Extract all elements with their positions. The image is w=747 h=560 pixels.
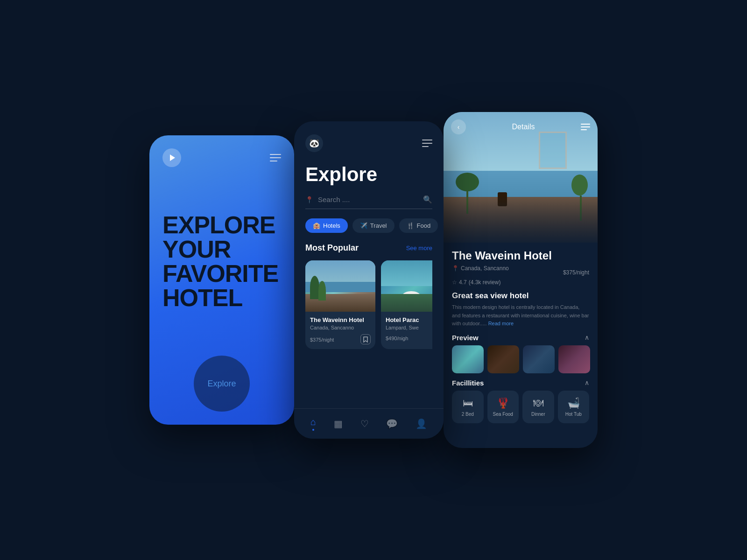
heart-icon: ♡ xyxy=(360,418,369,429)
back-button[interactable]: ‹ xyxy=(451,119,466,134)
hotel-2-location: Lampard, Swe xyxy=(386,325,432,330)
hotel-card-2-image xyxy=(381,260,432,312)
tab-travel[interactable]: ✈️ Travel xyxy=(352,218,395,233)
preview-thumb-2[interactable] xyxy=(487,345,519,373)
hotel-meta-row: 📍 Canada, Sancanno $375/night xyxy=(452,265,589,277)
facilities-chevron-icon[interactable]: ∧ xyxy=(585,379,589,386)
seafood-icon: 🦞 xyxy=(497,397,509,409)
popular-title: Most Popular xyxy=(305,243,359,253)
facility-bed[interactable]: 🛏 2 Bed xyxy=(452,391,484,423)
location-pin-icon: 📍 xyxy=(305,196,313,203)
rating-row: ☆ 4.7 (4.3k review) xyxy=(452,279,589,286)
nav-heart[interactable]: ♡ xyxy=(360,418,369,429)
hotel-2-price: $490/nigh xyxy=(386,334,408,342)
hotel-2-footer: $490/nigh xyxy=(386,334,432,342)
star-icon: ☆ xyxy=(452,279,457,286)
hotel-hero-image: ‹ Details xyxy=(444,112,598,243)
preview-title: Preview xyxy=(452,334,479,342)
search-bar[interactable]: 📍 Search .... 🔍 xyxy=(305,195,432,209)
bottom-navbar: ⌂ ▦ ♡ 💬 👤 xyxy=(294,408,444,439)
hottub-icon: 🛁 xyxy=(567,397,580,409)
popular-section-header: Most Popular See more xyxy=(305,243,432,253)
hotel-main-name: The Waveinn Hotel xyxy=(452,249,589,262)
hotels-row: The Waveinn Hotel Canada, Sancanno $375/… xyxy=(305,260,432,349)
play-button[interactable] xyxy=(162,148,181,167)
facilities-header: Facillities ∧ xyxy=(452,379,589,387)
facilities-title: Facillities xyxy=(452,379,484,387)
details-title: Details xyxy=(512,123,535,131)
bed-label: 2 Bed xyxy=(462,412,474,417)
hotel-description: This modern design hotel is centrally lo… xyxy=(452,303,589,328)
hotels-label: Hotels xyxy=(323,222,340,229)
hotel-1-footer: $375/night xyxy=(310,334,371,344)
food-icon: 🍴 xyxy=(407,222,414,229)
food-label: Food xyxy=(417,222,431,229)
facility-seafood[interactable]: 🦞 Sea Food xyxy=(487,391,519,423)
search-input[interactable]: Search .... xyxy=(318,196,423,203)
hotel-card-2[interactable]: Hotel Parac Lampard, Swe $490/nigh xyxy=(381,260,432,349)
bed-icon: 🛏 xyxy=(463,397,473,409)
filter-tabs: 🏨 Hotels ✈️ Travel 🍴 Food xyxy=(305,218,432,233)
bookmark-button-1[interactable] xyxy=(360,334,371,344)
nav-calendar[interactable]: ▦ xyxy=(334,418,343,429)
menu-button[interactable] xyxy=(270,154,281,161)
preview-images xyxy=(452,345,589,373)
home-icon: ⌂ xyxy=(310,417,316,427)
screen1-bottom: Explore xyxy=(162,356,281,412)
tab-hotels[interactable]: 🏨 Hotels xyxy=(305,218,348,233)
profile-icon: 👤 xyxy=(416,418,427,429)
seafood-label: Sea Food xyxy=(493,412,513,417)
location-pin-icon: 📍 xyxy=(452,265,459,272)
explore-label: Explore xyxy=(207,379,236,389)
read-more-button[interactable]: Read more xyxy=(488,321,514,326)
hotels-icon: 🏨 xyxy=(313,222,320,229)
travel-icon: ✈️ xyxy=(360,222,367,229)
nav-chat[interactable]: 💬 xyxy=(386,418,398,429)
explore-menu-button[interactable] xyxy=(422,140,432,147)
explore-content: 🐼 Explore 📍 Search .... 🔍 🏨 Hotels ✈️ xyxy=(294,121,444,408)
preview-header: Preview ∧ xyxy=(452,334,589,342)
hotel-1-name: The Waveinn Hotel xyxy=(310,316,371,323)
hotel-card-1-image xyxy=(305,260,375,312)
hottub-label: Hot Tub xyxy=(565,412,582,417)
intro-screen: EXPLOREYOURFAVORITEHOTEL Explore xyxy=(149,135,294,425)
reviews-count: (4.3k review) xyxy=(469,279,501,286)
details-menu-button[interactable] xyxy=(581,124,590,130)
facilities-section: Facillities ∧ 🛏 2 Bed 🦞 Sea Food 🍽 Dinne… xyxy=(452,379,589,423)
facilities-grid: 🛏 2 Bed 🦞 Sea Food 🍽 Dinner 🛁 Hot Tub xyxy=(452,391,589,423)
explore-screen: 🐼 Explore 📍 Search .... 🔍 🏨 Hotels ✈️ xyxy=(294,121,444,439)
chat-icon: 💬 xyxy=(386,418,398,429)
preview-chevron-icon[interactable]: ∧ xyxy=(585,334,589,341)
hotel-card-2-info: Hotel Parac Lampard, Swe $490/nigh xyxy=(381,312,432,346)
facility-dinner[interactable]: 🍽 Dinner xyxy=(522,391,554,423)
explore-header: 🐼 xyxy=(305,134,432,152)
hotel-location-detail: 📍 Canada, Sancanno xyxy=(452,265,509,272)
hotel-1-price: $375/night xyxy=(310,336,334,343)
hotel-card-1-info: The Waveinn Hotel Canada, Sancanno $375/… xyxy=(305,312,375,349)
explore-button[interactable]: Explore xyxy=(194,356,250,412)
facility-hottub[interactable]: 🛁 Hot Tub xyxy=(558,391,590,423)
hotel-subtitle: Great sea view hotel xyxy=(452,291,589,301)
nav-home[interactable]: ⌂ xyxy=(310,417,316,431)
details-screen: ‹ Details The Waveinn Hotel 📍 Canada, Sa… xyxy=(444,112,598,448)
dinner-label: Dinner xyxy=(531,412,545,417)
preview-thumb-3[interactable] xyxy=(523,345,555,373)
hotel-1-location: Canada, Sancanno xyxy=(310,325,371,330)
search-icon: 🔍 xyxy=(423,195,432,204)
hero-header: ‹ Details xyxy=(444,119,598,134)
preview-thumb-4[interactable] xyxy=(558,345,590,373)
nav-profile[interactable]: 👤 xyxy=(416,418,427,429)
preview-section: Preview ∧ xyxy=(452,334,589,373)
see-more-button[interactable]: See more xyxy=(406,245,432,252)
details-body: The Waveinn Hotel 📍 Canada, Sancanno $37… xyxy=(444,243,598,448)
window xyxy=(539,132,567,169)
dinner-icon: 🍽 xyxy=(533,397,543,409)
hotel-card-1[interactable]: The Waveinn Hotel Canada, Sancanno $375/… xyxy=(305,260,375,349)
hero-title: EXPLOREYOURFAVORITEHOTEL xyxy=(162,213,281,310)
calendar-icon: ▦ xyxy=(334,418,343,429)
hotel-price-detail: $375/night xyxy=(563,265,589,277)
panda-logo: 🐼 xyxy=(305,134,323,152)
tab-food[interactable]: 🍴 Food xyxy=(399,218,438,233)
preview-thumb-1[interactable] xyxy=(452,345,484,373)
travel-label: Travel xyxy=(370,222,387,229)
